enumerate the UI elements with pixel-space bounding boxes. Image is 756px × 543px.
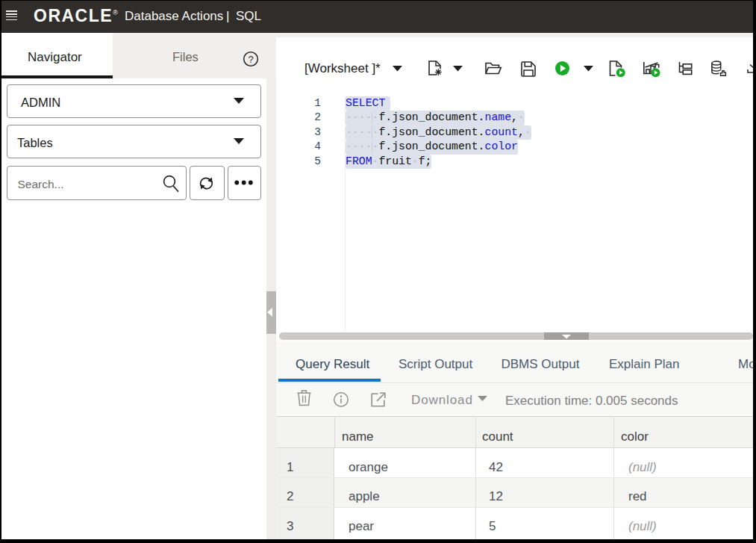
- svg-text:?: ?: [248, 54, 253, 65]
